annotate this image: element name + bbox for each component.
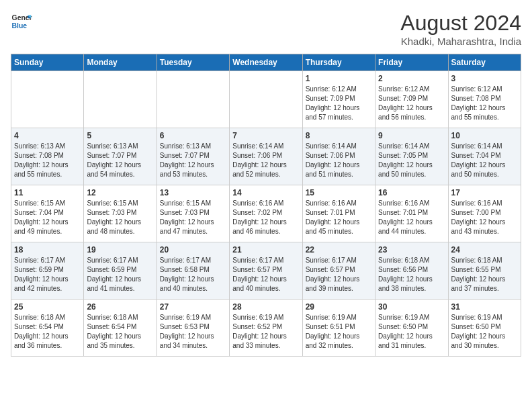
day-number: 27 (160, 302, 226, 312)
calendar-header-row: SundayMondayTuesdayWednesdayThursdayFrid… (11, 54, 521, 71)
day-number: 13 (160, 188, 226, 197)
day-info: Sunrise: 6:17 AM Sunset: 6:57 PM Dayligh… (306, 256, 372, 293)
day-cell: 28Sunrise: 6:19 AM Sunset: 6:52 PM Dayli… (230, 300, 302, 357)
svg-text:Blue: Blue (12, 22, 28, 30)
day-number: 16 (378, 188, 445, 197)
day-info: Sunrise: 6:18 AM Sunset: 6:54 PM Dayligh… (87, 313, 153, 351)
day-info: Sunrise: 6:19 AM Sunset: 6:51 PM Dayligh… (306, 313, 372, 351)
day-info: Sunrise: 6:14 AM Sunset: 7:06 PM Dayligh… (306, 142, 372, 179)
day-number: 31 (451, 302, 518, 312)
day-info: Sunrise: 6:18 AM Sunset: 6:56 PM Dayligh… (378, 256, 445, 293)
day-info: Sunrise: 6:16 AM Sunset: 7:00 PM Dayligh… (451, 199, 518, 236)
day-number: 25 (14, 302, 81, 312)
day-cell: 22Sunrise: 6:17 AM Sunset: 6:57 PM Dayli… (302, 242, 375, 300)
day-cell: 16Sunrise: 6:16 AM Sunset: 7:01 PM Dayli… (375, 185, 448, 242)
day-info: Sunrise: 6:13 AM Sunset: 7:07 PM Dayligh… (160, 142, 226, 179)
column-header-wednesday: Wednesday (230, 54, 302, 71)
day-info: Sunrise: 6:12 AM Sunset: 7:09 PM Dayligh… (306, 85, 372, 122)
day-cell (157, 71, 229, 128)
day-number: 5 (87, 131, 153, 140)
day-number: 24 (451, 245, 518, 255)
day-cell: 24Sunrise: 6:18 AM Sunset: 6:55 PM Dayli… (448, 242, 521, 300)
day-cell: 26Sunrise: 6:18 AM Sunset: 6:54 PM Dayli… (84, 300, 157, 357)
day-cell (11, 71, 84, 128)
day-number: 26 (87, 302, 153, 312)
week-row-4: 18Sunrise: 6:17 AM Sunset: 6:59 PM Dayli… (11, 242, 521, 300)
day-info: Sunrise: 6:17 AM Sunset: 6:57 PM Dayligh… (232, 256, 299, 293)
day-info: Sunrise: 6:19 AM Sunset: 6:50 PM Dayligh… (451, 313, 518, 351)
day-cell: 20Sunrise: 6:17 AM Sunset: 6:58 PM Dayli… (157, 242, 229, 300)
day-info: Sunrise: 6:15 AM Sunset: 7:03 PM Dayligh… (160, 199, 226, 236)
day-number: 19 (87, 245, 153, 255)
day-number: 23 (378, 245, 445, 255)
logo: General Blue (11, 11, 32, 32)
day-cell: 27Sunrise: 6:19 AM Sunset: 6:53 PM Dayli… (157, 300, 229, 357)
day-cell: 17Sunrise: 6:16 AM Sunset: 7:00 PM Dayli… (448, 185, 521, 242)
day-number: 28 (232, 302, 299, 312)
column-header-saturday: Saturday (448, 54, 521, 71)
day-cell: 1Sunrise: 6:12 AM Sunset: 7:09 PM Daylig… (302, 71, 375, 128)
day-cell: 11Sunrise: 6:15 AM Sunset: 7:04 PM Dayli… (11, 185, 84, 242)
logo-icon: General Blue (11, 11, 32, 32)
day-cell: 9Sunrise: 6:14 AM Sunset: 7:05 PM Daylig… (375, 128, 448, 185)
day-number: 21 (232, 245, 299, 255)
column-header-sunday: Sunday (11, 54, 84, 71)
page-header: General Blue August 2024 Khadki, Maharas… (11, 11, 521, 47)
calendar-table: SundayMondayTuesdayWednesdayThursdayFrid… (11, 54, 521, 357)
day-cell: 7Sunrise: 6:14 AM Sunset: 7:06 PM Daylig… (230, 128, 302, 185)
day-cell: 31Sunrise: 6:19 AM Sunset: 6:50 PM Dayli… (448, 300, 521, 357)
day-cell: 29Sunrise: 6:19 AM Sunset: 6:51 PM Dayli… (302, 300, 375, 357)
column-header-monday: Monday (84, 54, 157, 71)
day-number: 20 (160, 245, 226, 255)
day-number: 6 (160, 131, 226, 140)
location-subtitle: Khadki, Maharashtra, India (400, 36, 521, 47)
day-cell: 10Sunrise: 6:14 AM Sunset: 7:04 PM Dayli… (448, 128, 521, 185)
day-info: Sunrise: 6:17 AM Sunset: 6:59 PM Dayligh… (14, 256, 81, 293)
day-cell (84, 71, 157, 128)
day-cell (230, 71, 302, 128)
day-info: Sunrise: 6:16 AM Sunset: 7:01 PM Dayligh… (306, 199, 372, 236)
day-cell: 6Sunrise: 6:13 AM Sunset: 7:07 PM Daylig… (157, 128, 229, 185)
day-number: 10 (451, 131, 518, 140)
day-cell: 21Sunrise: 6:17 AM Sunset: 6:57 PM Dayli… (230, 242, 302, 300)
day-number: 15 (306, 188, 372, 197)
title-block: August 2024 Khadki, Maharashtra, India (400, 11, 521, 47)
day-info: Sunrise: 6:18 AM Sunset: 6:54 PM Dayligh… (14, 313, 81, 351)
day-number: 12 (87, 188, 153, 197)
column-header-thursday: Thursday (302, 54, 375, 71)
day-number: 4 (14, 131, 81, 140)
day-info: Sunrise: 6:19 AM Sunset: 6:52 PM Dayligh… (232, 313, 299, 351)
day-number: 18 (14, 245, 81, 255)
day-cell: 15Sunrise: 6:16 AM Sunset: 7:01 PM Dayli… (302, 185, 375, 242)
day-cell: 23Sunrise: 6:18 AM Sunset: 6:56 PM Dayli… (375, 242, 448, 300)
column-header-tuesday: Tuesday (157, 54, 229, 71)
day-number: 30 (378, 302, 445, 312)
day-info: Sunrise: 6:13 AM Sunset: 7:07 PM Dayligh… (87, 142, 153, 179)
day-cell: 13Sunrise: 6:15 AM Sunset: 7:03 PM Dayli… (157, 185, 229, 242)
day-info: Sunrise: 6:14 AM Sunset: 7:04 PM Dayligh… (451, 142, 518, 179)
day-cell: 2Sunrise: 6:12 AM Sunset: 7:09 PM Daylig… (375, 71, 448, 128)
day-number: 1 (306, 74, 372, 83)
day-info: Sunrise: 6:19 AM Sunset: 6:50 PM Dayligh… (378, 313, 445, 351)
week-row-5: 25Sunrise: 6:18 AM Sunset: 6:54 PM Dayli… (11, 300, 521, 357)
day-info: Sunrise: 6:15 AM Sunset: 7:03 PM Dayligh… (87, 199, 153, 236)
day-cell: 18Sunrise: 6:17 AM Sunset: 6:59 PM Dayli… (11, 242, 84, 300)
day-cell: 30Sunrise: 6:19 AM Sunset: 6:50 PM Dayli… (375, 300, 448, 357)
week-row-3: 11Sunrise: 6:15 AM Sunset: 7:04 PM Dayli… (11, 185, 521, 242)
day-number: 14 (232, 188, 299, 197)
week-row-2: 4Sunrise: 6:13 AM Sunset: 7:08 PM Daylig… (11, 128, 521, 185)
day-cell: 12Sunrise: 6:15 AM Sunset: 7:03 PM Dayli… (84, 185, 157, 242)
day-number: 8 (306, 131, 372, 140)
day-info: Sunrise: 6:16 AM Sunset: 7:02 PM Dayligh… (232, 199, 299, 236)
day-info: Sunrise: 6:13 AM Sunset: 7:08 PM Dayligh… (14, 142, 81, 179)
day-cell: 14Sunrise: 6:16 AM Sunset: 7:02 PM Dayli… (230, 185, 302, 242)
day-info: Sunrise: 6:14 AM Sunset: 7:06 PM Dayligh… (232, 142, 299, 179)
day-number: 3 (451, 74, 518, 83)
day-number: 11 (14, 188, 81, 197)
day-cell: 19Sunrise: 6:17 AM Sunset: 6:59 PM Dayli… (84, 242, 157, 300)
day-info: Sunrise: 6:17 AM Sunset: 6:59 PM Dayligh… (87, 256, 153, 293)
day-info: Sunrise: 6:16 AM Sunset: 7:01 PM Dayligh… (378, 199, 445, 236)
day-cell: 4Sunrise: 6:13 AM Sunset: 7:08 PM Daylig… (11, 128, 84, 185)
day-number: 29 (306, 302, 372, 312)
day-cell: 5Sunrise: 6:13 AM Sunset: 7:07 PM Daylig… (84, 128, 157, 185)
